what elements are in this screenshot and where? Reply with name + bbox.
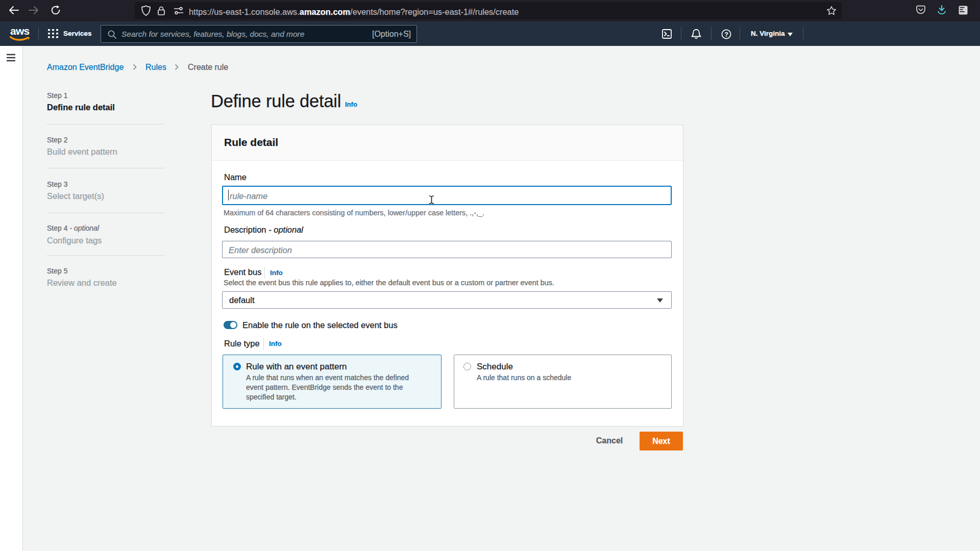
svg-text:?: ? xyxy=(724,31,728,38)
svg-text:aws: aws xyxy=(10,25,29,37)
